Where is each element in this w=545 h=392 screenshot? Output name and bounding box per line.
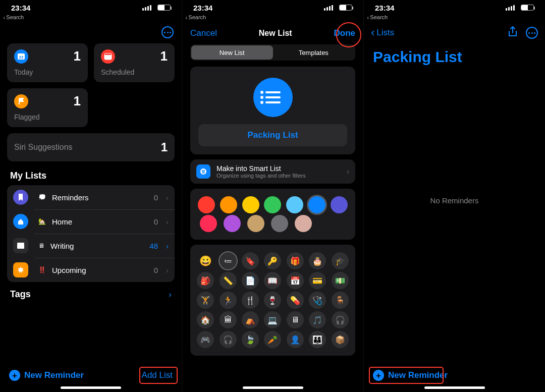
icon-option[interactable]: 📅 [287, 272, 304, 289]
siri-suggestions-row[interactable]: Siri Suggestions 1 [7, 133, 175, 161]
chevron-left-icon: ‹ [371, 27, 374, 38]
status-bar: 23:34 [0, 0, 182, 15]
icon-option[interactable]: 🔑 [264, 252, 281, 269]
color-swatch-blue[interactable] [308, 196, 325, 213]
list-row-upcoming[interactable]: ‼️ Upcoming 0 › [7, 258, 175, 282]
list-nav-bar: ‹ Lists [364, 23, 545, 41]
icon-option[interactable]: ≔ [220, 252, 237, 269]
tile-flagged[interactable]: 1 Flagged [7, 88, 88, 127]
icon-option[interactable]: 🎧 [332, 311, 349, 328]
segment-templates[interactable]: Templates [273, 45, 355, 60]
flag-icon [14, 94, 28, 108]
list-row-reminders[interactable]: 💭 Reminders 0 › [7, 185, 175, 209]
new-reminder-button[interactable]: + New Reminder [9, 370, 84, 381]
highlight-new-reminder [369, 367, 444, 384]
back-lists-button[interactable]: ‹ Lists [371, 27, 394, 38]
color-swatch-yellow[interactable] [242, 196, 259, 213]
color-swatch-purple[interactable] [331, 196, 348, 213]
icon-option[interactable]: 📖 [264, 272, 281, 289]
icon-option[interactable]: 🎮 [197, 331, 214, 348]
icon-option[interactable]: 💻 [264, 311, 281, 328]
icon-option[interactable]: 🏠 [197, 311, 214, 328]
icon-option[interactable]: 👨‍👩‍👦 [309, 331, 326, 348]
icon-option[interactable]: 🏋 [197, 292, 214, 309]
icon-option[interactable]: 🏃 [220, 292, 237, 309]
folder-icon [13, 238, 28, 253]
svg-rect-5 [17, 244, 24, 249]
color-swatch-pink[interactable] [200, 215, 217, 232]
chevron-right-icon: › [347, 167, 349, 176]
smart-list-icon [196, 164, 210, 179]
color-palette [190, 189, 355, 240]
tile-today[interactable]: 22 1 Today [7, 43, 88, 82]
icon-option[interactable]: 🏛 [220, 311, 237, 328]
icon-option[interactable]: 🖥 [287, 311, 304, 328]
segmented-control[interactable]: New List Templates [190, 44, 355, 61]
chevron-right-icon: › [166, 266, 169, 274]
back-search-button[interactable]: ‹ Search [182, 15, 363, 23]
list-preview-card: Packing List [190, 67, 355, 154]
tile-flagged-count: 1 [74, 93, 81, 109]
list-name-input[interactable]: Packing List [198, 124, 347, 146]
color-swatch-green[interactable] [264, 196, 281, 213]
icon-option[interactable]: 📦 [332, 331, 349, 348]
icon-option[interactable]: 🩺 [309, 292, 326, 309]
list-row-writing[interactable]: 🖥 Writing 48 › [7, 234, 175, 258]
icon-option[interactable]: 💳 [309, 272, 326, 289]
icon-option[interactable]: 💊 [287, 292, 304, 309]
icon-option[interactable]: 🎁 [287, 252, 304, 269]
back-search-button[interactable]: ‹ Search [364, 15, 545, 23]
segment-new-list[interactable]: New List [191, 45, 273, 60]
color-swatch-orange[interactable] [220, 196, 237, 213]
icon-option[interactable]: 🎧 [220, 331, 237, 348]
burst-icon [13, 262, 28, 277]
color-swatch-gray[interactable] [271, 215, 288, 232]
color-swatch-tan[interactable] [247, 215, 264, 232]
tile-scheduled[interactable]: 1 Scheduled [94, 43, 175, 82]
color-swatch-violet[interactable] [224, 215, 241, 232]
calendar-icon [101, 49, 115, 64]
chevron-right-icon: › [169, 290, 172, 300]
my-lists-card: 💭 Reminders 0 › 🏡 Home 0 › 🖥 Writing 48 … [7, 185, 175, 282]
make-smart-list-row[interactable]: Make into Smart List Organize using tags… [190, 159, 355, 184]
icon-option[interactable]: 😀 [197, 252, 214, 269]
icon-option[interactable]: 💵 [332, 272, 349, 289]
color-swatch-red[interactable] [198, 196, 215, 213]
svg-rect-10 [202, 173, 205, 174]
battery-icon [157, 5, 171, 11]
cancel-button[interactable]: Cancel [190, 28, 217, 38]
icon-option[interactable]: 🥕 [264, 331, 281, 348]
tags-section-header[interactable]: Tags › [0, 282, 182, 307]
icon-option[interactable]: 🔖 [242, 252, 259, 269]
list-row-home[interactable]: 🏡 Home 0 › [7, 209, 175, 234]
svg-rect-8 [202, 170, 205, 171]
icon-option[interactable]: 🎒 [197, 272, 214, 289]
icon-option[interactable]: 🪑 [332, 292, 349, 309]
icon-option[interactable]: 👤 [287, 331, 304, 348]
color-swatch-rose[interactable] [295, 215, 312, 232]
more-options-button[interactable] [526, 27, 538, 39]
phone-screen-reminders-home: 23:34 ‹ Search 22 1 Today [0, 0, 182, 392]
icon-option[interactable]: 🍴 [242, 292, 259, 309]
icon-option[interactable]: 📏 [220, 272, 237, 289]
back-search-button[interactable]: ‹ Search [0, 15, 182, 23]
empty-state: No Reminders [364, 196, 545, 205]
more-options-button[interactable] [161, 26, 174, 38]
icon-option[interactable]: 🎓 [332, 252, 349, 269]
icon-option[interactable]: 📄 [242, 272, 259, 289]
icon-option[interactable]: 🍃 [242, 331, 259, 348]
svg-rect-6 [17, 243, 24, 244]
home-indicator [424, 386, 485, 389]
plus-circle-icon: + [9, 370, 20, 381]
color-swatch-lightblue[interactable] [286, 196, 303, 213]
calendar-today-icon: 22 [14, 49, 28, 64]
icon-option[interactable]: 🍷 [264, 292, 281, 309]
icon-option[interactable]: 🎂 [309, 252, 326, 269]
modal-title: New List [259, 29, 292, 38]
highlight-add-list [139, 367, 178, 384]
status-bar: 23:34 [364, 0, 545, 15]
icon-option[interactable]: 🎵 [309, 311, 326, 328]
share-icon[interactable] [508, 26, 518, 39]
tile-scheduled-count: 1 [160, 48, 168, 64]
icon-option[interactable]: ⛺ [242, 311, 259, 328]
